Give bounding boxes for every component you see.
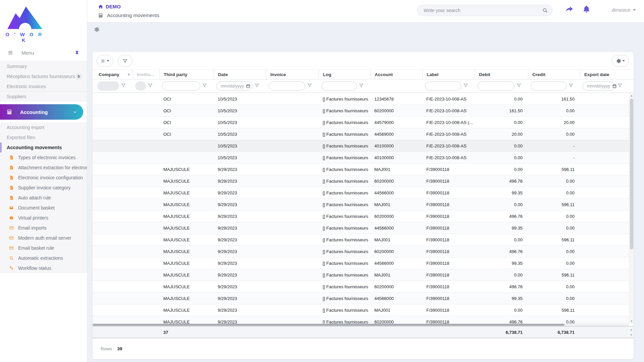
column-header-date[interactable]: Date bbox=[214, 70, 266, 79]
sidebar-item-exported-files[interactable]: Exported files bbox=[0, 132, 87, 142]
table-row[interactable]: MAJUSCULE9/29/2023[] Factures fournisseu… bbox=[93, 210, 629, 222]
table-row[interactable]: OCI10/5/2023[] Factures fournisseurs4456… bbox=[93, 128, 629, 140]
funnel-icon[interactable] bbox=[148, 83, 153, 89]
search-input[interactable] bbox=[424, 5, 538, 16]
funnel-icon[interactable] bbox=[202, 83, 207, 89]
table-row[interactable]: 10/5/2023[] Factures fournisseurs4010000… bbox=[93, 140, 629, 152]
sidebar-item-attachment-extraction[interactable]: Attachment extraction for electroni bbox=[0, 163, 87, 173]
funnel-icon[interactable] bbox=[255, 83, 259, 89]
sidebar-item-email-imports[interactable]: Email imports bbox=[0, 223, 87, 233]
funnel-icon[interactable] bbox=[307, 83, 312, 89]
vertical-scrollbar[interactable]: ▲ ▼ bbox=[629, 93, 634, 323]
sidebar-item-document-basket[interactable]: Document basket bbox=[0, 203, 87, 213]
column-header-credit[interactable]: Credit bbox=[528, 70, 580, 79]
cell-debit: 0.00 bbox=[475, 269, 528, 281]
table-row[interactable]: MAJUSCULE9/29/2023[] Factures fournisseu… bbox=[93, 257, 629, 269]
scroll-down-icon[interactable]: ▼ bbox=[629, 319, 634, 323]
filter-input-debit[interactable] bbox=[477, 81, 515, 90]
funnel-icon[interactable] bbox=[463, 83, 468, 89]
column-header-invoice[interactable]: Invoice bbox=[266, 70, 319, 79]
funnel-icon[interactable] bbox=[517, 83, 521, 89]
sidebar-item-auto-attach-rule[interactable]: Auto attach rule bbox=[0, 193, 87, 203]
table-row[interactable]: MAJUSCULE9/29/2023[] Factures fournisseu… bbox=[93, 281, 629, 293]
scroll-down-icon[interactable]: ▼ bbox=[629, 333, 634, 337]
gear-icon bbox=[93, 26, 99, 33]
table-row[interactable]: MAJUSCULE9/29/2023[] Factures fournisseu… bbox=[93, 269, 629, 281]
column-header-export_date[interactable]: Export date bbox=[580, 70, 629, 79]
funnel-icon[interactable] bbox=[618, 83, 622, 89]
table-row[interactable]: MAJUSCULE9/29/2023[] Factures fournisseu… bbox=[93, 222, 629, 234]
funnel-icon[interactable] bbox=[569, 83, 573, 89]
search-icon[interactable] bbox=[542, 7, 548, 13]
sidebar-item-electronic-invoices[interactable]: Electronic Invoices bbox=[0, 81, 87, 92]
table-row[interactable]: MAJUSCULE9/29/2023[] Factures fournisseu… bbox=[93, 316, 629, 323]
sidebar-item-accounting-export[interactable]: Accounting export bbox=[0, 122, 87, 132]
column-chooser-button[interactable] bbox=[97, 55, 113, 67]
filter-toggle-button[interactable] bbox=[118, 55, 132, 67]
filter-input-third_party[interactable] bbox=[162, 81, 200, 90]
sidebar-item-accounting[interactable]: Accounting bbox=[0, 104, 83, 120]
table-row[interactable]: MAJUSCULE9/29/2023[] Factures fournisseu… bbox=[93, 199, 629, 210]
sidebar-item-automatic-extractions[interactable]: Automatic extractions bbox=[0, 253, 87, 263]
column-header-account[interactable]: Account bbox=[370, 70, 422, 79]
cell-company bbox=[95, 246, 132, 257]
filter-input-export_date[interactable]: mm/dd/yyyy bbox=[583, 81, 615, 90]
user-menu[interactable]: dinvoice bbox=[612, 7, 636, 13]
scroll-up-icon[interactable]: ▲ bbox=[629, 327, 634, 331]
cell-export_date bbox=[580, 152, 629, 163]
funnel-icon[interactable] bbox=[359, 83, 364, 89]
settings-button[interactable] bbox=[612, 55, 629, 67]
filter-input-label[interactable] bbox=[425, 81, 461, 90]
cell-date: 9/29/2023 bbox=[214, 316, 266, 323]
scrollbar-thumb[interactable] bbox=[630, 99, 633, 249]
column-header-debit[interactable]: Debit bbox=[475, 70, 528, 79]
column-header-log[interactable]: Log bbox=[319, 70, 370, 79]
sidebar-item-summary[interactable]: Summary bbox=[0, 61, 87, 71]
sidebar-item-electronic-invoice-configuration[interactable]: Electronic invoice configuration bbox=[0, 173, 87, 183]
sidebar-item-suppliers[interactable]: Suppliers bbox=[0, 92, 87, 102]
table-row[interactable]: MAJUSCULE9/29/2023[] Factures fournisseu… bbox=[93, 234, 629, 246]
horizontal-scrollbar[interactable] bbox=[93, 323, 629, 326]
share-icon[interactable] bbox=[565, 5, 574, 13]
brand[interactable]: DEMO bbox=[98, 4, 121, 9]
sidebar-item-accounting-movements[interactable]: Accounting movements bbox=[0, 142, 87, 153]
table-row[interactable]: MAJUSCULE9/29/2023[] Factures fournisseu… bbox=[93, 175, 629, 187]
scroll-up-icon[interactable]: ▲ bbox=[629, 93, 634, 98]
cell-company bbox=[95, 257, 132, 269]
filter-input-log[interactable] bbox=[321, 81, 357, 90]
funnel-icon[interactable] bbox=[121, 83, 126, 89]
table-row[interactable]: OCI10/5/2023[] Factures fournisseurs4457… bbox=[93, 117, 629, 128]
table-row[interactable]: MAJUSCULE9/29/2023[] Factures fournisseu… bbox=[93, 187, 629, 199]
table-row[interactable]: MAJUSCULE9/29/2023[] Factures fournisseu… bbox=[93, 164, 629, 175]
pin-icon[interactable] bbox=[74, 50, 79, 55]
sidebar-item-email-basket-rule[interactable]: Email basket rule bbox=[0, 243, 87, 253]
filter-input-credit[interactable] bbox=[531, 81, 567, 90]
app-logo[interactable]: O ' W O R K bbox=[0, 0, 87, 44]
filter-input-institution bbox=[135, 81, 146, 90]
sidebar-item-admin[interactable]: Admin bbox=[87, 22, 99, 37]
table-row[interactable]: OCI10/5/2023[] Factures fournisseurs1234… bbox=[93, 93, 629, 105]
filter-input-invoice[interactable] bbox=[269, 81, 305, 90]
filter-input-date[interactable]: mm/dd/yyyy bbox=[216, 81, 253, 90]
scrollbar-thumb[interactable] bbox=[93, 324, 565, 326]
sidebar-item-types-of-electronic-invoices[interactable]: Types of electronic invoices bbox=[0, 153, 87, 163]
cell-credit: 20.00 bbox=[528, 117, 580, 128]
sidebar-item-virtual-printers[interactable]: Virtual printers bbox=[0, 213, 87, 223]
table-row[interactable]: MAJUSCULE9/29/2023[] Factures fournisseu… bbox=[93, 246, 629, 257]
column-header-company[interactable]: Company bbox=[95, 70, 132, 79]
sidebar-item-supplier-invoice-category[interactable]: Supplier invoice category bbox=[0, 183, 87, 193]
table-row[interactable]: OCI10/5/2023[] Factures fournisseurs6020… bbox=[93, 105, 629, 117]
sidebar-item-modern-auth-email-server[interactable]: Modern auth email server bbox=[0, 233, 87, 243]
table-row[interactable]: 10/5/2023[] Factures fournisseurs4010000… bbox=[93, 152, 629, 164]
hamburger-icon[interactable] bbox=[7, 50, 13, 55]
sidebar-item-receptions-factures-fournisseurs[interactable]: Réceptions factures fournisseurs0 bbox=[0, 71, 87, 81]
table-row[interactable]: MAJUSCULE9/29/2023[] Factures fournisseu… bbox=[93, 304, 629, 316]
column-header-label[interactable]: Label bbox=[422, 70, 475, 79]
sidebar-item-workflow-status[interactable]: Workflow status bbox=[0, 263, 87, 273]
sidebar-item-label: Modern auth email server bbox=[18, 235, 71, 241]
column-header-institution[interactable]: Institu... bbox=[132, 70, 159, 79]
cell-export_date bbox=[580, 281, 629, 292]
table-row[interactable]: MAJUSCULE9/29/2023[] Factures fournisseu… bbox=[93, 293, 629, 304]
column-header-third_party[interactable]: Third party bbox=[159, 70, 214, 79]
bell-icon[interactable] bbox=[582, 5, 591, 13]
